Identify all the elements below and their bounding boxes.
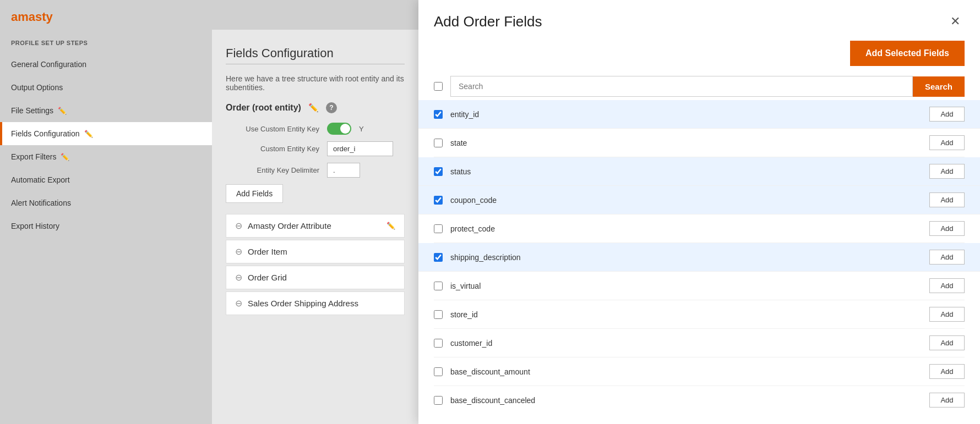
- field-row-shipping_description: shipping_descriptionAdd: [418, 243, 980, 272]
- field-row-protect_code: protect_codeAdd: [434, 214, 965, 243]
- modal-toolbar: Add Selected Fields: [418, 41, 980, 76]
- custom-entity-key-label: Use Custom Entity Key: [226, 125, 319, 133]
- field-add-button-status[interactable]: Add: [929, 164, 965, 179]
- sidebar-title: PROFILE SET UP STEPS: [0, 30, 212, 53]
- sidebar-item-file-settings[interactable]: File Settings✏️: [0, 99, 212, 122]
- field-name-store_id: store_id: [450, 310, 922, 319]
- field-name-status: status: [450, 167, 922, 176]
- custom-entity-key-input[interactable]: [327, 141, 393, 156]
- collapse-icon: ⊖: [235, 246, 242, 257]
- field-name-shipping_description: shipping_description: [450, 253, 922, 262]
- sidebar-item-export-filters[interactable]: Export Filters✏️: [0, 145, 212, 168]
- field-row-base_discount_canceled: base_discount_canceledAdd: [434, 386, 965, 414]
- field-name-entity_id: entity_id: [450, 110, 922, 119]
- field-name-protect_code: protect_code: [450, 224, 922, 233]
- fields-list: entity_idAddstateAddstatusAddcoupon_code…: [418, 100, 980, 424]
- search-row: Search: [418, 76, 980, 100]
- page-title: Fields Configuration: [226, 46, 405, 60]
- toggle-label: Y: [359, 125, 364, 133]
- tree-item-amasty-order-attribute-edit-icon[interactable]: ✏️: [386, 222, 395, 230]
- sidebar-item-file-settings-edit-icon[interactable]: ✏️: [58, 107, 67, 115]
- field-name-coupon_code: coupon_code: [450, 196, 922, 205]
- field-checkbox-store_id[interactable]: [434, 310, 443, 319]
- help-icon[interactable]: ?: [326, 102, 337, 113]
- tree-item-amasty-order-attribute-label: Amasty Order Attribute: [248, 221, 331, 230]
- field-add-button-base_discount_amount[interactable]: Add: [929, 364, 965, 379]
- tree-item-sales-order-shipping-address-label: Sales Order Shipping Address: [248, 299, 358, 308]
- sidebar-item-export-filters-edit-icon[interactable]: ✏️: [61, 153, 69, 161]
- field-row-status: statusAdd: [418, 157, 980, 186]
- tree-item-amasty-order-attribute[interactable]: ⊖Amasty Order Attribute✏️: [226, 214, 405, 238]
- field-add-button-base_discount_canceled[interactable]: Add: [929, 393, 965, 408]
- add-fields-button[interactable]: Add Fields: [226, 184, 283, 203]
- sidebar-item-output-options[interactable]: Output Options: [0, 76, 212, 99]
- entity-edit-button[interactable]: ✏️: [306, 102, 322, 114]
- modal-title: Add Order Fields: [434, 13, 542, 30]
- search-input[interactable]: [450, 76, 913, 97]
- field-row-customer_id: customer_idAdd: [434, 329, 965, 357]
- field-checkbox-state[interactable]: [434, 139, 443, 147]
- field-checkbox-entity_id[interactable]: [434, 110, 443, 119]
- entity-key-field-label: Custom Entity Key: [226, 145, 319, 153]
- field-add-button-state[interactable]: Add: [929, 135, 965, 150]
- add-selected-fields-button[interactable]: Add Selected Fields: [850, 41, 965, 66]
- tree-item-sales-order-shipping-address[interactable]: ⊖Sales Order Shipping Address: [226, 291, 405, 315]
- collapse-icon: ⊖: [235, 272, 242, 283]
- modal-panel: Add Order Fields ✕ Add Selected Fields S…: [418, 0, 980, 424]
- tree-item-order-item[interactable]: ⊖Order Item: [226, 240, 405, 263]
- field-name-base_discount_amount: base_discount_amount: [450, 367, 922, 376]
- field-add-button-customer_id[interactable]: Add: [929, 335, 965, 350]
- sidebar-item-export-history[interactable]: Export History: [0, 214, 212, 238]
- sidebar: PROFILE SET UP STEPS General Configurati…: [0, 30, 212, 424]
- modal-header: Add Order Fields ✕: [418, 0, 980, 41]
- main-content: Fields Configuration Here we have a tree…: [212, 30, 418, 424]
- sidebar-item-automatic-export[interactable]: Automatic Export: [0, 168, 212, 191]
- sidebar-item-general-configuration[interactable]: General Configuration: [0, 53, 212, 76]
- field-checkbox-base_discount_amount[interactable]: [434, 367, 443, 376]
- field-add-button-protect_code[interactable]: Add: [929, 221, 965, 236]
- tree-item-order-grid[interactable]: ⊖Order Grid: [226, 266, 405, 289]
- logo: amasty: [11, 10, 407, 24]
- field-name-state: state: [450, 139, 922, 147]
- tree-item-order-item-label: Order Item: [248, 247, 287, 256]
- field-add-button-is_virtual[interactable]: Add: [929, 278, 965, 293]
- collapse-icon: ⊖: [235, 298, 242, 309]
- field-checkbox-coupon_code[interactable]: [434, 196, 443, 205]
- field-add-button-shipping_description[interactable]: Add: [929, 250, 965, 265]
- page-divider: [226, 64, 405, 64]
- collapse-icon: ⊖: [235, 221, 242, 231]
- modal-close-button[interactable]: ✕: [946, 12, 965, 31]
- field-name-is_virtual: is_virtual: [450, 282, 922, 290]
- description: Here we have a tree structure with root …: [226, 74, 405, 92]
- field-add-button-entity_id[interactable]: Add: [929, 107, 965, 122]
- field-row-is_virtual: is_virtualAdd: [434, 272, 965, 300]
- field-checkbox-protect_code[interactable]: [434, 224, 443, 233]
- field-row-base_discount_amount: base_discount_amountAdd: [434, 357, 965, 386]
- field-name-base_discount_canceled: base_discount_canceled: [450, 396, 922, 405]
- field-row-store_id: store_idAdd: [434, 300, 965, 329]
- field-row-state: stateAdd: [434, 129, 965, 157]
- sidebar-item-alert-notifications[interactable]: Alert Notifications: [0, 191, 212, 214]
- custom-entity-key-toggle[interactable]: [327, 123, 351, 135]
- search-button[interactable]: Search: [913, 76, 965, 97]
- entity-key-delimiter-input[interactable]: [327, 163, 360, 178]
- field-checkbox-status[interactable]: [434, 167, 443, 176]
- field-row-entity_id: entity_idAdd: [418, 100, 980, 129]
- tree-item-order-grid-label: Order Grid: [248, 273, 287, 282]
- select-all-checkbox[interactable]: [434, 82, 443, 91]
- field-row-coupon_code: coupon_codeAdd: [418, 186, 980, 214]
- field-checkbox-customer_id[interactable]: [434, 339, 443, 348]
- sidebar-item-fields-configuration[interactable]: Fields Configuration✏️: [0, 122, 212, 145]
- field-add-button-store_id[interactable]: Add: [929, 307, 965, 322]
- entity-key-delimiter-label: Entity Key Delimiter: [226, 166, 319, 174]
- field-name-customer_id: customer_id: [450, 339, 922, 348]
- sidebar-item-fields-configuration-edit-icon[interactable]: ✏️: [84, 130, 93, 138]
- entity-label: Order (root entity): [226, 103, 301, 113]
- field-checkbox-is_virtual[interactable]: [434, 282, 443, 290]
- field-checkbox-shipping_description[interactable]: [434, 253, 443, 262]
- field-add-button-coupon_code[interactable]: Add: [929, 192, 965, 207]
- field-checkbox-base_discount_canceled[interactable]: [434, 396, 443, 405]
